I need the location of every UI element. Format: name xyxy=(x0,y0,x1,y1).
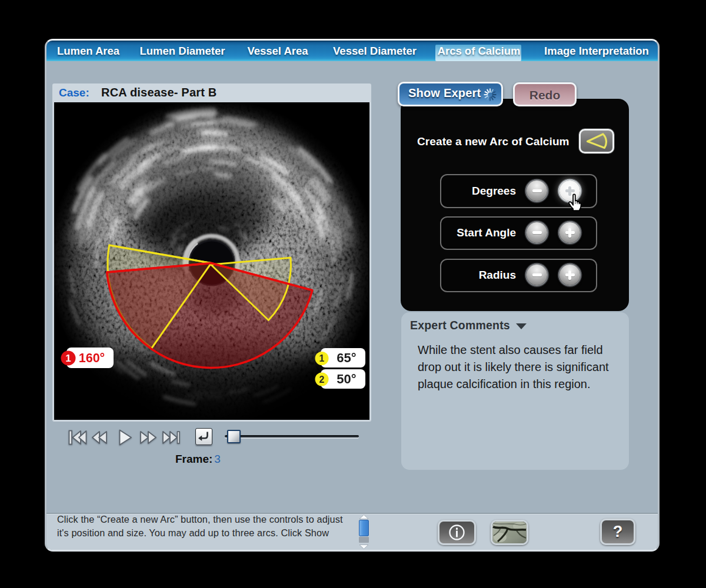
case-title: RCA disease- Part B xyxy=(101,86,217,99)
frame-slider-thumb[interactable] xyxy=(227,430,241,443)
minus-icon xyxy=(532,189,542,192)
loading-spinner-icon xyxy=(483,88,497,102)
tab-lumen-area[interactable]: Lumen Area xyxy=(57,41,119,61)
expert-comments-body: While the stent also causes far field dr… xyxy=(418,342,618,393)
ivus-image[interactable]: 1 160° 1 65° 2 50° xyxy=(54,102,369,420)
skip-to-start-button[interactable] xyxy=(68,430,87,445)
caret-down-icon xyxy=(516,323,527,329)
show-expert-label: Show Expert xyxy=(408,86,481,100)
radius-minus-button[interactable] xyxy=(527,265,547,285)
show-expert-button[interactable]: Show Expert xyxy=(398,82,503,106)
badge-yellow-1: 1 65° xyxy=(315,348,366,368)
fast-forward-button[interactable] xyxy=(140,431,156,444)
tab-vessel-area[interactable]: Vessel Area xyxy=(247,41,308,61)
start-angle-label: Start Angle xyxy=(398,226,516,239)
redo-label: Redo xyxy=(530,88,561,102)
skip-to-end-button[interactable] xyxy=(162,431,180,444)
loop-button[interactable] xyxy=(195,428,212,445)
svg-text:160°: 160° xyxy=(79,351,105,365)
loop-icon xyxy=(196,429,211,443)
badge-yellow-2: 2 50° xyxy=(315,369,366,389)
scrollbar-track[interactable] xyxy=(359,537,369,543)
angiogram-thumbnail-button[interactable] xyxy=(491,520,528,545)
frame-label: Frame: xyxy=(175,453,212,465)
minus-icon xyxy=(532,273,542,276)
scroll-up-button[interactable] xyxy=(359,514,369,519)
svg-text:2: 2 xyxy=(319,375,325,385)
start-angle-plus-button[interactable] xyxy=(560,222,580,243)
hand-cursor xyxy=(565,192,584,212)
frame-indicator: Frame:3 xyxy=(175,453,221,466)
info-icon xyxy=(439,522,474,543)
angiogram-image xyxy=(492,522,527,543)
scrollbar-thumb[interactable] xyxy=(359,520,369,536)
svg-text:1: 1 xyxy=(65,353,71,364)
radius-plus-button[interactable] xyxy=(560,265,580,285)
badge-red-1: 1 160° xyxy=(61,348,114,368)
tab-arcs-of-calcium[interactable]: Arcs of Calcium xyxy=(438,41,521,61)
svg-text:65°: 65° xyxy=(337,350,356,365)
rewind-button[interactable] xyxy=(92,431,107,444)
help-button[interactable]: ? xyxy=(600,519,635,545)
degrees-minus-button[interactable] xyxy=(527,181,547,201)
start-angle-minus-button[interactable] xyxy=(527,222,547,243)
expert-comments-title[interactable]: Expert Comments xyxy=(410,319,527,332)
radius-label: Radius xyxy=(398,269,516,282)
scroll-down-button[interactable] xyxy=(359,544,369,549)
play-button[interactable] xyxy=(119,429,132,446)
application-window: Lumen Area Lumen Diameter Vessel Area Ve… xyxy=(0,0,706,588)
info-button[interactable] xyxy=(438,520,476,545)
arc-wedge-icon xyxy=(581,131,612,152)
frame-value: 3 xyxy=(212,453,221,465)
minus-icon xyxy=(532,231,542,234)
redo-button[interactable]: Redo xyxy=(513,82,577,106)
frame-slider-track[interactable] xyxy=(225,435,359,437)
create-arc-button[interactable] xyxy=(579,129,614,153)
tab-vessel-diameter[interactable]: Vessel Diameter xyxy=(333,41,417,61)
help-label: ? xyxy=(613,523,623,540)
create-arc-label: Create a new Arc of Calcium xyxy=(417,135,570,148)
instruction-text: Click the “Create a new Arc” button, the… xyxy=(57,513,343,540)
svg-text:1: 1 xyxy=(319,353,325,363)
case-label: Case: xyxy=(59,86,89,99)
tab-image-interpretation[interactable]: Image Interpretation xyxy=(544,41,649,61)
tab-lumen-diameter[interactable]: Lumen Diameter xyxy=(140,41,225,61)
degrees-label: Degrees xyxy=(398,185,516,198)
svg-text:50°: 50° xyxy=(337,372,356,386)
